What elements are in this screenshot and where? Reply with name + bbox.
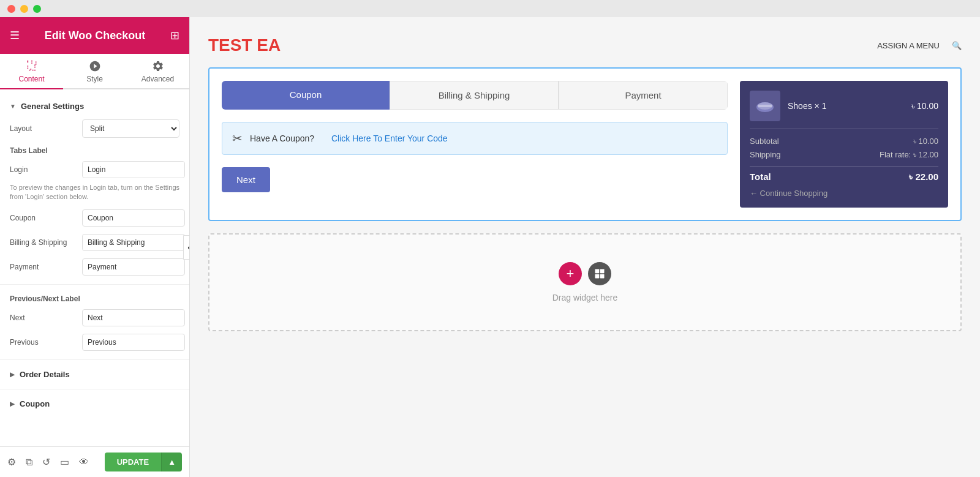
billing-label: Billing & Shipping [10,238,77,247]
next-button[interactable]: Next [222,167,270,192]
general-settings-title: General Settings [21,102,84,111]
update-btn-group: UPDATE ▲ [105,453,182,471]
drop-hint: Drag widget here [552,293,618,302]
search-icon[interactable]: 🔍 [952,41,962,50]
history-icon[interactable]: ↺ [42,456,50,468]
tab-advanced[interactable]: Advanced [126,54,189,89]
general-settings-arrow: ▼ [10,103,16,110]
order-item-image [750,91,780,121]
tab-content[interactable]: Content [0,54,63,89]
main-content: TEST EA ASSIGN A MENU 🔍 Coupon Billing &… [190,17,980,477]
minimize-button[interactable] [20,5,28,13]
previous-row: Previous [0,330,189,355]
maximize-button[interactable] [33,5,41,13]
assign-menu-link[interactable]: ASSIGN A MENU [877,41,940,50]
login-label: Login [10,165,77,174]
coupon-section-title: Coupon [20,399,50,408]
responsive-icon[interactable]: ▭ [60,456,69,468]
subtotal-row: Subtotal ৳ 10.00 [750,137,938,146]
layout-select[interactable]: Split [82,119,179,138]
payment-row: Payment [0,255,189,279]
toolbar-left: ⚙ ⧉ ↺ ▭ 👁 [7,456,89,468]
add-widget-button[interactable]: + [559,262,582,285]
eye-icon[interactable]: 👁 [79,457,89,468]
coupon-scissors-icon: ✂ [232,131,243,146]
subtotal-label: Subtotal [750,137,779,146]
login-input[interactable] [82,161,185,178]
tab-content-label: Content [18,75,44,83]
order-item-price: ৳ 10.00 [911,101,938,111]
order-details-header[interactable]: ▶ Order Details [0,365,189,384]
order-details-title: Order Details [20,370,70,379]
checkout-tab-coupon[interactable]: Coupon [222,81,390,110]
total-label: Total [750,171,771,182]
tabs-label-section: Tabs Label [0,141,189,157]
svg-rect-7 [600,274,605,279]
coupon-row: Coupon [0,206,189,230]
checkout-widget: Coupon Billing & Shipping Payment ✂ Have… [208,67,962,221]
checkout-tab-billing[interactable]: Billing & Shipping [390,81,559,110]
site-nav: ASSIGN A MENU 🔍 [877,41,962,50]
hamburger-icon[interactable]: ☰ [10,29,20,42]
tab-style-label: Style [86,75,103,83]
payment-input[interactable] [82,258,185,276]
next-label: Next [10,314,77,322]
update-arrow-button[interactable]: ▲ [161,453,182,471]
shipping-row: Shipping Flat rate: ৳ 12.00 [750,150,938,160]
order-item: Shoes × 1 ৳ 10.00 [750,91,938,129]
previous-label: Previous [10,338,77,347]
shipping-label: Shipping [750,150,781,160]
grid-icon[interactable]: ⊞ [170,29,179,42]
order-item-name: Shoes × 1 [788,101,826,111]
drop-actions: + [559,262,611,285]
tab-advanced-label: Advanced [141,75,174,83]
sidebar-content: ▼ General Settings Layout Split Tabs Lab… [0,89,189,446]
login-row: Login [0,157,189,182]
payment-label: Payment [10,263,77,271]
coupon-section-arrow: ▶ [10,400,15,407]
svg-rect-4 [595,269,600,274]
next-row: Next [0,306,189,330]
checkout-tabs: Coupon Billing & Shipping Payment [222,81,728,110]
layout-label: Layout [10,124,77,133]
continue-shopping-link[interactable]: ← Continue Shopping [750,189,938,198]
billing-input[interactable] [82,234,185,251]
site-header: TEST EA ASSIGN A MENU 🔍 [208,29,962,67]
next-input[interactable] [82,309,185,326]
close-button[interactable] [7,5,15,13]
coupon-section-header[interactable]: ▶ Coupon [0,394,189,413]
coupon-text: Have A Coupon? [250,133,314,143]
order-summary: Shoes × 1 ৳ 10.00 Subtotal ৳ 10.00 Shipp… [740,81,948,208]
collapse-handle[interactable]: ‹ [183,235,190,260]
previous-input[interactable] [82,334,185,351]
sidebar-title: Edit Woo Checkout [45,29,146,42]
sidebar: ☰ Edit Woo Checkout ⊞ Content Style Adva… [0,17,190,477]
layers-icon[interactable]: ⧉ [26,457,32,468]
order-details-arrow: ▶ [10,371,15,378]
total-value: ৳ 22.00 [909,171,938,182]
drop-area: + Drag widget here [208,233,962,331]
sidebar-header: ☰ Edit Woo Checkout ⊞ [0,17,189,54]
coupon-label: Coupon [10,214,77,222]
checkout-main: Coupon Billing & Shipping Payment ✂ Have… [222,81,728,208]
coupon-notice: ✂ Have A Coupon? Click Here To Enter You… [222,122,728,155]
widget-icon-button[interactable] [588,262,611,285]
total-row: Total ৳ 22.00 [750,166,938,182]
prev-next-section: Previous/Next Label [0,290,189,306]
coupon-link[interactable]: Click Here To Enter Your Code [331,133,448,143]
coupon-input[interactable] [82,209,185,227]
update-button[interactable]: UPDATE [105,453,161,471]
svg-rect-5 [600,269,605,274]
subtotal-value: ৳ 10.00 [913,137,938,146]
site-title: TEST EA [208,36,281,55]
titlebar [0,0,980,17]
checkout-tab-payment[interactable]: Payment [559,81,728,110]
billing-row: Billing & Shipping [0,230,189,255]
login-hint: To preview the changes in Login tab, tur… [0,182,189,206]
bottom-toolbar: ⚙ ⧉ ↺ ▭ 👁 UPDATE ▲ [0,446,189,477]
settings-icon[interactable]: ⚙ [7,456,16,468]
svg-rect-6 [595,274,600,279]
tab-style[interactable]: Style [63,54,126,89]
general-settings-header[interactable]: ▼ General Settings [0,97,189,116]
svg-rect-3 [758,105,772,107]
